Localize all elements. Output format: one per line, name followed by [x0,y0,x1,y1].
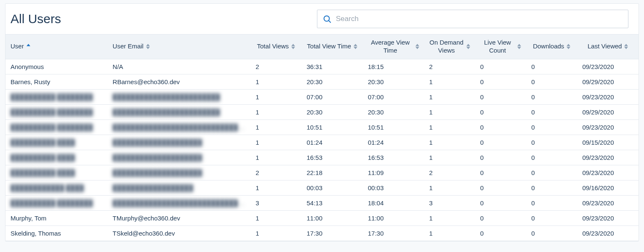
cell-total_time: 16:53 [301,150,363,165]
table-row[interactable]: ██████████ █████████████████████████████… [5,119,639,135]
svg-marker-7 [291,47,295,49]
col-header-last_viewed[interactable]: Last Viewed [577,34,639,59]
col-header-total_views[interactable]: Total Views [250,34,301,59]
cell-last_viewed: 09/23/2020 [577,225,639,241]
col-header-email[interactable]: User Email [108,34,251,59]
sort-icon [291,44,295,49]
col-header-avg_time[interactable]: Average View Time [363,34,424,59]
table-row[interactable]: Barnes, RustyRBarnes@echo360.dev120:3020… [5,74,639,89]
svg-marker-11 [415,47,419,49]
table-row[interactable]: Skelding, ThomasTSkeld@echo360.dev117:30… [5,225,639,241]
sort-icon [466,44,470,49]
cell-total_time: 10:51 [301,119,363,135]
cell-user: Anonymous [5,59,108,74]
cell-email: ████████████████████ [108,165,251,180]
cell-total_time: 07:00 [301,89,363,104]
cell-live_count: 0 [475,180,526,195]
svg-marker-6 [291,44,295,46]
cell-email: RBarnes@echo360.dev [108,74,251,89]
cell-live_count: 0 [475,165,526,180]
table-row[interactable]: ██████████ █████████████████████████████… [5,195,639,210]
col-header-live_count[interactable]: Live View Count [475,34,526,59]
cell-on_demand: 3 [424,195,475,210]
cell-total_views: 2 [250,59,301,74]
cell-total_time: 36:31 [301,59,363,74]
col-header-on_demand[interactable]: On Demand Views [424,34,475,59]
cell-on_demand: 1 [424,74,475,89]
svg-marker-2 [27,44,30,46]
cell-avg_time: 00:03 [363,180,424,195]
cell-user: ████████████ ████ [5,180,108,195]
cell-email: TMurphy@echo360.dev [108,210,251,225]
users-table: User User Email Total Views Total View T… [5,34,639,241]
cell-email: ████████████████████████ [108,104,251,119]
table-row[interactable]: Murphy, TomTMurphy@echo360.dev111:0011:0… [5,210,639,225]
cell-on_demand: 2 [424,59,475,74]
cell-avg_time: 17:30 [363,225,424,241]
cell-last_viewed: 09/23/2020 [577,165,639,180]
cell-total_time: 54:13 [301,195,363,210]
sort-icon [27,44,30,49]
cell-last_viewed: 09/23/2020 [577,210,639,225]
cell-user: ██████████ ████ [5,135,108,150]
search-field[interactable] [317,10,628,28]
cell-last_viewed: 09/23/2020 [577,195,639,210]
sort-icon [517,44,521,49]
cell-user: Skelding, Thomas [5,225,108,241]
table-row[interactable]: ██████████ ████████████████████████222:1… [5,165,639,180]
cell-total_views: 1 [250,89,301,104]
cell-downloads: 0 [526,119,577,135]
col-header-label: Total Views [257,42,289,50]
cell-total_views: 1 [250,119,301,135]
cell-email: ████████████████████████████████████████ [108,195,251,210]
table-row[interactable]: ██████████ ████████████████████████116:5… [5,150,639,165]
table-row[interactable]: ████████████ ██████████████████████100:0… [5,180,639,195]
cell-total_views: 1 [250,135,301,150]
cell-on_demand: 2 [424,165,475,180]
cell-email: ████████████████████ [108,135,251,150]
cell-avg_time: 20:30 [363,74,424,89]
cell-live_count: 0 [475,135,526,150]
cell-avg_time: 20:30 [363,104,424,119]
cell-on_demand: 1 [424,135,475,150]
sort-icon [146,44,150,49]
table-row[interactable]: AnonymousN/A236:3118:1520009/23/2020 [5,59,639,74]
cell-live_count: 0 [475,104,526,119]
cell-user: ██████████ ████████ [5,89,108,104]
cell-on_demand: 1 [424,119,475,135]
table-header-row: User User Email Total Views Total View T… [5,34,639,59]
cell-avg_time: 16:53 [363,150,424,165]
col-header-user[interactable]: User [5,34,108,59]
cell-last_viewed: 09/23/2020 [577,59,639,74]
svg-line-1 [329,21,330,22]
search-input[interactable] [332,15,623,23]
table-row[interactable]: ██████████ █████████████████████████████… [5,89,639,104]
col-header-downloads[interactable]: Downloads [526,34,577,59]
col-header-total_time[interactable]: Total View Time [301,34,363,59]
svg-marker-19 [624,47,628,49]
cell-on_demand: 1 [424,180,475,195]
cell-downloads: 0 [526,59,577,74]
table-row[interactable]: ██████████ █████████████████████████████… [5,104,639,119]
cell-live_count: 0 [475,195,526,210]
cell-user: Barnes, Rusty [5,74,108,89]
cell-downloads: 0 [526,135,577,150]
cell-downloads: 0 [526,104,577,119]
cell-avg_time: 10:51 [363,119,424,135]
cell-total_time: 11:00 [301,210,363,225]
cell-live_count: 0 [475,225,526,241]
table-row[interactable]: ██████████ ████████████████████████101:2… [5,135,639,150]
cell-downloads: 0 [526,150,577,165]
cell-total_time: 17:30 [301,225,363,241]
svg-marker-10 [415,44,419,46]
col-header-label: On Demand Views [429,39,464,55]
sort-icon [624,44,628,49]
cell-total_time: 00:03 [301,180,363,195]
cell-last_viewed: 09/29/2020 [577,104,639,119]
cell-downloads: 0 [526,165,577,180]
cell-avg_time: 11:00 [363,210,424,225]
svg-marker-18 [624,44,628,46]
col-header-label: Live View Count [480,39,515,55]
cell-downloads: 0 [526,180,577,195]
col-header-label: User Email [113,42,144,50]
